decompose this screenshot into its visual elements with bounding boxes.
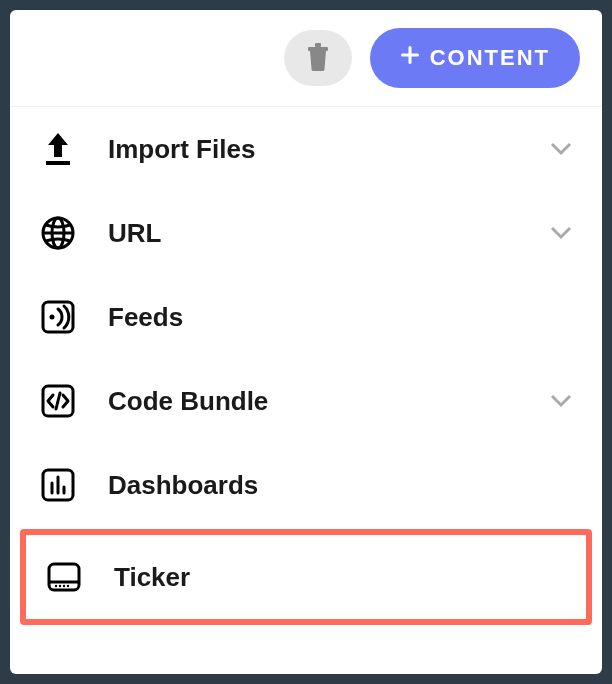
trash-icon bbox=[306, 43, 330, 74]
add-content-label: CONTENT bbox=[430, 45, 550, 71]
menu-item-label: Dashboards bbox=[108, 470, 574, 501]
svg-rect-3 bbox=[401, 54, 419, 57]
svg-point-18 bbox=[55, 585, 57, 587]
svg-rect-0 bbox=[308, 47, 328, 51]
menu-item-label: Import Files bbox=[108, 134, 548, 165]
menu-item-url[interactable]: URL bbox=[10, 191, 602, 275]
svg-point-19 bbox=[59, 585, 61, 587]
code-icon bbox=[38, 381, 78, 421]
content-type-menu: Import Files URL bbox=[10, 107, 602, 625]
globe-icon bbox=[38, 213, 78, 253]
chevron-down-icon bbox=[548, 136, 574, 162]
menu-item-label: Code Bundle bbox=[108, 386, 548, 417]
menu-item-label: Ticker bbox=[114, 562, 568, 593]
feeds-icon bbox=[38, 297, 78, 337]
menu-item-import-files[interactable]: Import Files bbox=[10, 107, 602, 191]
svg-rect-1 bbox=[315, 43, 321, 47]
menu-item-code-bundle[interactable]: Code Bundle bbox=[10, 359, 602, 443]
svg-rect-4 bbox=[46, 161, 70, 165]
menu-item-label: URL bbox=[108, 218, 548, 249]
svg-point-20 bbox=[63, 585, 65, 587]
svg-line-11 bbox=[56, 393, 60, 409]
menu-item-dashboards[interactable]: Dashboards bbox=[10, 443, 602, 527]
menu-item-feeds[interactable]: Feeds bbox=[10, 275, 602, 359]
upload-icon bbox=[38, 129, 78, 169]
ticker-icon bbox=[44, 557, 84, 597]
menu-item-label: Feeds bbox=[108, 302, 574, 333]
plus-icon bbox=[400, 45, 420, 71]
dashboard-icon bbox=[38, 465, 78, 505]
menu-item-ticker[interactable]: Ticker bbox=[20, 529, 592, 625]
svg-point-9 bbox=[50, 315, 55, 320]
add-content-button[interactable]: CONTENT bbox=[370, 28, 580, 88]
toolbar: CONTENT bbox=[10, 10, 602, 107]
chevron-down-icon bbox=[548, 220, 574, 246]
app-window: CONTENT Import Files bbox=[10, 10, 602, 674]
chevron-down-icon bbox=[548, 388, 574, 414]
svg-point-21 bbox=[67, 585, 69, 587]
delete-button[interactable] bbox=[284, 30, 352, 86]
